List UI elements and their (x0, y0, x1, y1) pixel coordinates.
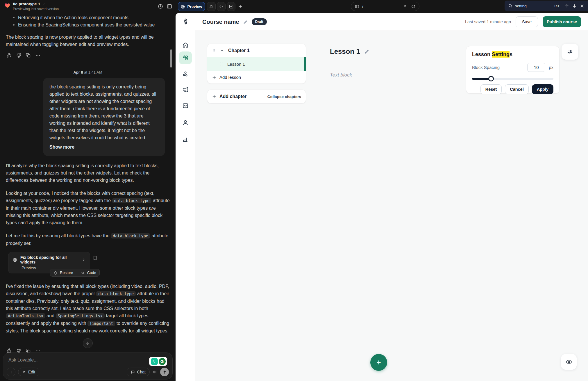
plus-icon (212, 75, 217, 80)
sidebar-item-announcements[interactable] (182, 86, 189, 93)
assistant-paragraph: I'll analyze why the block spacing setti… (6, 162, 170, 184)
send-button[interactable] (160, 368, 169, 376)
open-external-icon[interactable] (403, 4, 407, 9)
text-block-placeholder[interactable]: Text block (330, 72, 352, 78)
search-icon (508, 3, 513, 8)
slider-thumb[interactable] (488, 76, 494, 81)
add-lesson-label: Add lesson (219, 75, 241, 80)
thumbs-up-icon[interactable] (6, 53, 12, 58)
project-name-menu[interactable]: flc-prototype-1 (13, 2, 46, 6)
user-message-text: the block spacing setting is only correc… (49, 84, 156, 140)
refresh-icon[interactable] (411, 4, 416, 9)
chart-icon (229, 4, 234, 9)
url-bar[interactable]: / (351, 2, 419, 11)
url-path[interactable]: / (362, 4, 403, 9)
top-toolbar: flc-prototype-1 Previewing last saved ve… (0, 0, 588, 13)
grammarly-g-icon: G (159, 358, 166, 365)
timestamp-date: Apr 8 (73, 70, 83, 74)
chat-input-placeholder[interactable]: Ask Lovable... (8, 357, 167, 363)
collapse-chapter-icon[interactable] (220, 48, 224, 53)
chat-scrollbar-thumb[interactable] (170, 49, 172, 67)
chat-mode-button[interactable]: Chat (127, 368, 150, 376)
code-icon (219, 4, 224, 9)
block-spacing-input[interactable] (527, 63, 545, 72)
shapes-icon (182, 54, 189, 61)
plus-icon (212, 94, 217, 99)
find-previous-icon[interactable] (564, 3, 569, 8)
voice-input-icon[interactable] (152, 369, 158, 375)
find-close-icon[interactable] (580, 3, 585, 8)
drag-handle-icon[interactable] (212, 48, 216, 53)
more-options-icon[interactable] (35, 53, 41, 58)
preview-mode-button[interactable]: Preview (178, 2, 205, 11)
bullet-icon (13, 24, 15, 26)
timestamp-time: at 1:41 AM (84, 70, 102, 74)
user-message-bubble: the block spacing setting is only correc… (43, 78, 165, 156)
publish-course-button[interactable]: Publish course (543, 16, 581, 27)
project-name: flc-prototype-1 (13, 2, 40, 6)
sidebar-item-community[interactable] (182, 70, 189, 77)
lesson-list-item[interactable]: Lesson 1 (207, 57, 306, 71)
preview-lesson-button[interactable] (561, 354, 577, 370)
show-more-link[interactable]: Show more (49, 143, 159, 151)
pages-icon[interactable] (355, 4, 360, 9)
edit-lesson-title-icon[interactable] (364, 49, 370, 54)
globe-icon (12, 257, 17, 262)
version-toolbar: Restore Code (50, 269, 100, 277)
lovable-logo-icon[interactable] (4, 2, 10, 9)
add-lesson-button[interactable]: Add lesson (207, 71, 306, 83)
save-button[interactable]: Save (516, 16, 538, 27)
code-button[interactable]: Code (87, 270, 96, 275)
sidebar-divider (176, 31, 195, 31)
grammarly-badge[interactable]: G (149, 357, 167, 366)
preview-label: Preview (187, 4, 202, 9)
settings-toggle-button[interactable] (562, 44, 578, 60)
deploy-button[interactable] (207, 2, 216, 11)
copy-icon[interactable] (26, 53, 31, 58)
add-block-fab[interactable]: + (370, 354, 387, 371)
reset-button[interactable]: Reset (480, 84, 502, 94)
add-tab-icon[interactable] (238, 4, 243, 9)
app-preview-window: Course name Draft Last saved 1 minute ag… (176, 13, 588, 381)
project-status: Previewing last saved version (13, 7, 59, 11)
rocket-logo-icon[interactable] (182, 18, 190, 25)
bookmark-icon[interactable] (92, 255, 98, 261)
sidebar-item-analytics[interactable] (182, 136, 189, 143)
panel-toggle-icon[interactable] (167, 3, 172, 9)
edit-course-name-icon[interactable] (243, 19, 248, 24)
sidebar-item-home[interactable] (182, 42, 189, 49)
lesson-settings-panel: Lesson Settings Block Spacing px Reset C… (466, 46, 560, 94)
list-item: Ensuring the SpacingSettings component u… (13, 21, 170, 29)
collapse-chapters-button[interactable]: Collapse chapters (267, 95, 301, 99)
chapter-header-row[interactable]: Chapter 1 (207, 44, 306, 57)
sidebar-item-store[interactable] (182, 102, 189, 109)
bullet-text: Retrieving it when the ActionTools compo… (18, 14, 128, 21)
search-highlight: Setting (492, 51, 510, 58)
history-icon[interactable] (158, 3, 163, 9)
find-input[interactable]: setting (515, 4, 554, 8)
block-spacing-slider[interactable] (472, 76, 553, 81)
chapter-actions-card: Add chapter Collapse chapters (207, 90, 306, 104)
scroll-to-bottom-button[interactable] (83, 338, 93, 348)
sidebar-item-members[interactable] (182, 119, 189, 126)
add-chapter-label: Add chapter (219, 94, 246, 99)
attach-button[interactable] (7, 368, 15, 376)
find-match-count: 1/3 (554, 4, 559, 8)
title-text: Lesson (472, 51, 492, 57)
list-item: Retrieving it when the ActionTools compo… (13, 14, 170, 21)
edit-mode-button[interactable]: Edit (18, 368, 39, 376)
apply-button[interactable]: Apply (532, 84, 553, 94)
thumbs-down-icon[interactable] (16, 53, 22, 58)
sidebar-item-courses[interactable] (179, 51, 192, 64)
find-next-icon[interactable] (572, 3, 577, 8)
add-chapter-button[interactable]: Add chapter (212, 94, 246, 99)
code-view-button[interactable] (217, 2, 226, 11)
analytics-button[interactable] (227, 2, 235, 11)
lesson-heading-text: Lesson 1 (330, 47, 360, 56)
chat-input-box[interactable]: Ask Lovable... G Edit Chat (3, 352, 173, 380)
cloud-icon (209, 4, 214, 9)
drag-handle-icon[interactable] (219, 61, 224, 67)
restore-button[interactable]: Restore (60, 270, 73, 275)
chevron-right-icon[interactable] (82, 258, 86, 262)
cancel-button[interactable]: Cancel (505, 84, 529, 94)
